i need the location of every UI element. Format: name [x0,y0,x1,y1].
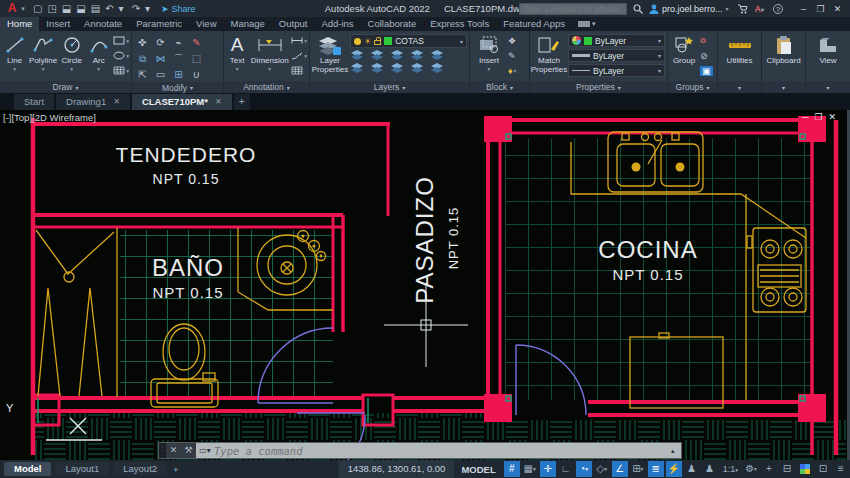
graphics-performance-button[interactable] [797,461,813,477]
layer-unlock-button[interactable] [410,63,424,74]
arc-button[interactable]: Arc▾ [86,33,111,81]
search-icon[interactable] [633,4,643,14]
group-edit-button[interactable]: ⊘ [700,49,713,62]
table-button[interactable] [291,64,307,77]
dimension-button[interactable]: Dimension▾ [250,33,289,81]
close-tab-icon[interactable]: ✕ [113,94,120,110]
layer-match-button[interactable] [350,63,364,74]
ribbon-tab-addins[interactable]: Add-ins [314,17,360,31]
model-space-button[interactable]: MODEL [454,464,502,475]
layer-make-current-button[interactable] [430,50,444,61]
lineweight-toggle[interactable]: ≣ [648,461,664,477]
command-bar-grip[interactable]: ⋮ [159,443,166,458]
workspace-switching-button[interactable]: ⚙▾ [743,461,759,477]
group-button[interactable]: Group [670,33,698,81]
trim-tool-icon[interactable]: ⌁ [170,35,187,50]
open-file-icon[interactable]: ◳ [47,1,56,16]
command-tools-icon[interactable]: ⚒ [181,443,196,458]
panel-label-groups[interactable]: Groups▾ [668,81,717,93]
quick-properties-toggle[interactable]: ⊟ [779,461,795,477]
cart-icon[interactable] [737,4,748,14]
copy-tool-icon[interactable]: ⧉ [134,51,151,66]
app-menu-arrow-icon[interactable]: ▼ [20,6,26,12]
file-tab-clase710pm[interactable]: CLASE710PM*✕ [132,94,232,110]
redo-dropdown-icon[interactable]: ▾ [145,1,150,16]
command-history-icon[interactable]: ▴ [671,443,681,458]
search-input[interactable] [520,4,626,14]
drawing-minimize-icon[interactable]: ─ [802,112,814,122]
lineweight-dropdown[interactable]: ByLayer▾ [568,49,665,62]
ribbon-tab-annotate[interactable]: Annotate [77,17,129,31]
leader-button[interactable]: ▾ [291,49,307,62]
new-file-icon[interactable]: ▢ [33,1,42,16]
create-block-button[interactable]: ❖ [508,34,516,47]
autoscale-toggle[interactable]: ♟ [684,461,700,477]
group-selection-toggle[interactable]: ▣ [700,64,713,77]
object-snap-toggle[interactable]: ⊞▾ [630,461,646,477]
redo-icon[interactable]: ↷ [132,1,140,16]
annotation-monitor-toggle[interactable]: + [761,461,777,477]
close-button[interactable]: ✕ [829,4,846,14]
panel-label-block[interactable]: Block▾ [470,81,529,93]
layer-isolate-button[interactable] [350,50,364,61]
panel-label-utilities[interactable]: ▾ [718,81,761,93]
file-tab-start[interactable]: Start [14,94,54,110]
command-input[interactable] [214,445,671,457]
polyline-button[interactable]: Polyline▾ [29,33,57,81]
utilities-button[interactable]: Utilities [720,33,759,81]
model-tab[interactable]: Model [4,462,51,476]
recent-commands-icon[interactable]: ▭▾ [196,446,214,455]
lasso-tool-icon[interactable]: ∪ [188,67,205,82]
scale-tool-icon[interactable]: ▭ [152,67,169,82]
minimize-button[interactable]: – [795,4,812,14]
text-button[interactable]: A Text▾ [226,33,248,81]
ribbon-tab-express-tools[interactable]: Express Tools [423,17,496,31]
circle-button[interactable]: Circle▾ [59,33,84,81]
layer-off-button[interactable] [410,50,424,61]
help-icon[interactable]: ? [773,4,783,14]
annotation-scale-dropdown[interactable]: 1:1▾ [720,461,741,477]
object-color-dropdown[interactable]: ByLayer▾ [568,34,665,47]
ortho-toggle[interactable]: ∟ [558,461,574,477]
app-logo[interactable]: A [4,2,20,15]
move-tool-icon[interactable]: ✜ [134,35,151,50]
erase-tool-icon[interactable]: ✎ [188,35,205,50]
customization-button[interactable]: ≡ [833,461,849,477]
clipboard-button[interactable]: Clipboard [764,33,803,81]
command-line-bar[interactable]: ⋮ ✕ ⚒ ▭▾ ▴ [158,442,682,459]
dynamic-input-toggle[interactable]: ✛ [540,461,556,477]
panel-label-view[interactable]: ▾ [806,81,850,93]
layer-select-dropdown[interactable]: ☀ COTAS ▾ [350,34,467,48]
close-tab-icon[interactable]: ✕ [215,94,222,110]
object-snap-tracking-toggle[interactable]: ∠ [612,461,628,477]
rectangle-tool-button[interactable]: ▾ [113,34,129,47]
explode-tool-icon[interactable]: ⬚ [188,51,205,66]
match-properties-button[interactable]: Match Properties [532,33,566,81]
ribbon-tab-parametric[interactable]: Parametric [129,17,189,31]
layer-lock-button[interactable] [390,63,404,74]
annotation-visibility-toggle[interactable]: ⚡ [666,461,682,477]
linetype-dropdown[interactable]: ByLayer▾ [568,64,665,77]
ribbon-tab-view[interactable]: View [189,17,223,31]
rotate-tool-icon[interactable]: ⟳ [152,35,169,50]
share-button[interactable]: ➤ Share [161,4,196,14]
annotation-scale-sync-toggle[interactable]: ♟ [702,461,718,477]
layer-unisolate-button[interactable] [370,50,384,61]
dimension-style-button[interactable]: ▾ [291,34,307,47]
restore-button[interactable]: ❐ [812,4,829,14]
grid-toggle[interactable]: # [504,461,520,477]
ellipse-tool-button[interactable]: ▾ [113,49,129,62]
ribbon-tab-collaborate[interactable]: Collaborate [361,17,424,31]
drawing-close-icon[interactable]: ✕ [828,112,842,122]
ribbon-tab-manage[interactable]: Manage [224,17,272,31]
array-tool-icon[interactable]: ⊞ [170,67,187,82]
plot-icon[interactable]: ▤ [91,1,100,16]
panel-label-properties[interactable]: Properties▾ [530,81,667,93]
drawing-viewport[interactable]: TENDEDERO NPT 0.15 BAÑO NPT 0.15 PASADIZ… [0,110,850,460]
panel-label-annotation[interactable]: Annotation▾ [224,81,309,93]
view-button[interactable]: View [808,33,848,81]
isometric-drafting-toggle[interactable]: ◇▾ [594,461,610,477]
save-as-icon[interactable]: ⬓ [76,1,85,16]
panel-label-draw[interactable]: Draw▾ [0,81,131,93]
panel-label-layers[interactable]: Layers▾ [310,81,469,93]
